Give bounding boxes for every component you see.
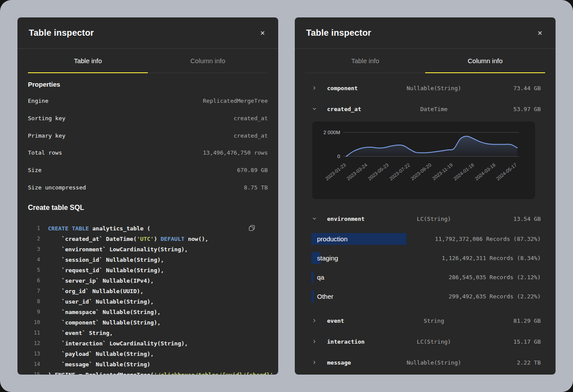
sql-line: 11 `event` String, [28, 328, 268, 338]
tab-column-info[interactable]: Column info [425, 49, 545, 73]
create-table-sql-heading: Create table SQL [28, 203, 268, 213]
sql-code: `request_id` Nullable(String), [48, 267, 164, 274]
sql-code-block: 1CREATE TABLE analytics_table (2 `create… [28, 223, 268, 375]
x-tick-label: 2023-05-23 [367, 162, 389, 181]
sql-line: 10 `component` Nullable(String), [28, 317, 268, 328]
tab-table-info[interactable]: Table info [305, 49, 425, 73]
distribution-records: 11,792,372,086 Records (87.32%) [435, 236, 541, 242]
chevron-down-icon [312, 216, 317, 221]
column-name: created_at [327, 106, 398, 112]
sql-line: 14 `message` Nullable(String) [28, 359, 268, 369]
column-size: 13.54 GB [470, 216, 541, 222]
sql-code: `created_at` DateTime('UTC') DEFAULT now… [48, 236, 208, 242]
distribution-row: qa286,545,035 Records (2.12%) [295, 267, 556, 287]
column-row-message[interactable]: messageNullable(String)2.22 TB [295, 352, 556, 373]
property-row: Sorting keycreated_at [28, 110, 268, 127]
tab-table-info[interactable]: Table info [28, 49, 148, 73]
distribution-row: production11,792,372,086 Records (87.32%… [295, 229, 556, 248]
property-label: Size [28, 167, 41, 173]
sql-code: `session_id` Nullable(String), [48, 257, 164, 263]
environment-distribution: production11,792,372,086 Records (87.32%… [295, 229, 556, 306]
property-label: Engine [28, 98, 48, 104]
chevron-down-icon [312, 107, 317, 111]
line-number: 1 [28, 225, 40, 231]
x-tick-label: 2023-11-19 [431, 162, 454, 181]
sql-code: `payload` Nullable(String), [48, 351, 154, 357]
property-row: Size uncompressed8.75 TB [28, 179, 268, 196]
chevron-right-icon [312, 360, 317, 365]
column-type: LC(String) [398, 338, 469, 345]
column-type: Nullable(String) [398, 85, 469, 91]
line-number: 8 [28, 298, 40, 304]
property-row: Total rows13,496,476,750 rows [28, 144, 268, 162]
distribution-bar-zone: Other [311, 291, 449, 302]
created-at-chart-card: 02 000M2023-01-232023-03-242023-05-23202… [312, 122, 535, 199]
column-row-interaction[interactable]: interactionLC(String)15.17 GB [295, 331, 556, 352]
x-tick-label: 2024-01-18 [452, 162, 475, 181]
column-row-created_at[interactable]: created_atDateTime53.97 GB [295, 98, 556, 119]
sql-code: ) ENGINE = ReplicatedMergeTree('/clickho… [48, 372, 276, 375]
property-row: EngineReplicatedMergeTree [28, 92, 268, 110]
sql-code: CREATE TABLE analytics_table ( [48, 225, 150, 232]
property-label: Sorting key [28, 115, 65, 122]
sql-code: `interaction` LowCardinality(String), [48, 340, 188, 347]
close-icon[interactable]: ✕ [258, 28, 267, 38]
distribution-row: staging1,126,492,311 Records (8.34%) [295, 248, 556, 267]
distribution-records: 286,545,035 Records (2.12%) [449, 274, 541, 280]
property-label: Size uncompressed [28, 184, 86, 191]
close-icon[interactable]: ✕ [535, 28, 544, 38]
sql-line: 1CREATE TABLE analytics_table ( [28, 223, 268, 233]
distribution-label: production [317, 235, 348, 243]
sql-code: `namespace` Nullable(String), [48, 309, 160, 315]
distribution-records: 1,126,492,311 Records (8.34%) [442, 255, 541, 261]
sql-line: 7 `org_id` Nullable(UUID), [28, 286, 268, 296]
column-row-environment[interactable]: environmentLC(String)13.54 GB [295, 208, 556, 229]
tab-column-info[interactable]: Column info [148, 49, 268, 73]
line-number: 7 [28, 288, 40, 294]
line-number: 13 [28, 351, 40, 357]
column-type: DateTime [398, 106, 469, 112]
column-list: componentNullable(String)73.44 GBcreated… [295, 73, 556, 373]
x-tick-label: 2023-03-24 [345, 162, 368, 181]
property-label: Total rows [28, 149, 62, 156]
line-number: 14 [28, 361, 40, 367]
copy-sql-button[interactable] [248, 224, 256, 234]
sql-line: 8 `user_id` Nullable(String), [28, 296, 268, 307]
line-number: 9 [28, 309, 40, 315]
distribution-row: Other299,492,635 Records (2.22%) [295, 287, 556, 306]
column-size: 53.97 GB [470, 106, 541, 112]
line-number: 2 [28, 236, 40, 242]
dialog-header: Table inspector ✕ [295, 17, 556, 49]
sql-code: `environment` LowCardinality(String), [48, 246, 188, 253]
column-type: LC(String) [398, 216, 469, 222]
sql-line: 9 `namespace` Nullable(String), [28, 307, 268, 317]
sql-line: 13 `payload` Nullable(String), [28, 348, 268, 359]
sql-line: 6 `server_ip` Nullable(IPv4), [28, 275, 268, 286]
x-tick-label: 2024-03-18 [474, 162, 496, 181]
line-number: 15 [28, 372, 40, 375]
distribution-bar-zone: production [311, 233, 435, 245]
column-type: String [398, 318, 469, 324]
sql-code: `user_id` Nullable(String), [48, 298, 154, 305]
property-value: ReplicatedMergeTree [203, 98, 268, 104]
property-row: Size670.89 GB [28, 162, 268, 179]
column-size: 73.44 GB [470, 85, 541, 91]
modal-backdrop: Table inspector ✕ Table info Column info… [0, 0, 573, 392]
chart-area-fill [346, 136, 517, 156]
chevron-right-icon [312, 339, 317, 344]
property-value: 670.89 GB [237, 167, 268, 173]
chevron-right-icon [312, 318, 317, 323]
sql-line: 12 `interaction` LowCardinality(String), [28, 338, 268, 348]
line-number: 4 [28, 257, 40, 263]
created-at-area-chart: 02 000M2023-01-232023-03-242023-05-23202… [312, 122, 535, 199]
sql-lines: 1CREATE TABLE analytics_table (2 `create… [28, 223, 268, 375]
tab-bar: Table info Column info [305, 49, 545, 73]
distribution-bar [311, 271, 314, 283]
column-row-event[interactable]: eventString81.29 GB [295, 310, 556, 331]
column-row-component[interactable]: componentNullable(String)73.44 GB [295, 78, 556, 98]
line-number: 12 [28, 340, 40, 346]
sql-code: `component` Nullable(String), [48, 319, 160, 326]
line-number: 11 [28, 330, 40, 336]
sql-code: `message` Nullable(String) [48, 361, 150, 368]
distribution-bar [311, 291, 314, 302]
